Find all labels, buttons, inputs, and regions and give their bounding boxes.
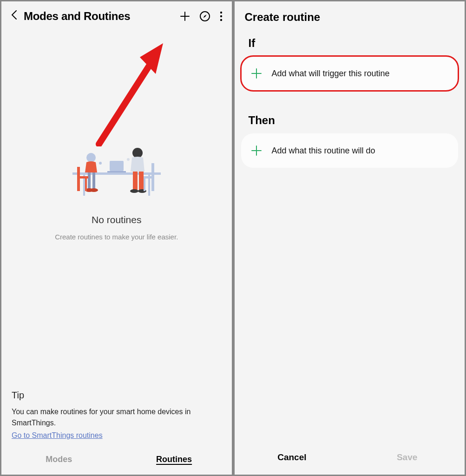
illustration xyxy=(66,140,168,200)
plus-icon xyxy=(251,145,262,156)
svg-rect-11 xyxy=(92,172,95,189)
add-trigger-label: Add what will trigger this routine xyxy=(272,69,390,79)
screen-modes-routines: Modes and Routines xyxy=(0,0,233,476)
bottom-actions: Cancel Save xyxy=(235,442,465,475)
svg-point-26 xyxy=(127,158,130,161)
tip-link[interactable]: Go to SmartThings routines xyxy=(12,431,103,440)
plus-icon xyxy=(251,68,262,79)
svg-rect-7 xyxy=(110,161,124,171)
svg-point-17 xyxy=(132,148,143,158)
add-action-label: Add what this routine will do xyxy=(272,146,375,156)
svg-point-25 xyxy=(99,162,102,165)
screen-create-routine: Create routine If Add what will trigger … xyxy=(233,0,466,476)
if-label: If xyxy=(235,37,465,56)
svg-rect-19 xyxy=(139,172,144,190)
svg-rect-24 xyxy=(144,178,145,191)
empty-subtitle: Create routines to make your life easier… xyxy=(55,233,178,241)
svg-rect-15 xyxy=(77,176,88,178)
add-action-card[interactable]: Add what this routine will do xyxy=(241,133,459,168)
tip-title: Tip xyxy=(12,390,222,401)
empty-title: No routines xyxy=(92,214,141,225)
tip-text: You can make routines for your smart hom… xyxy=(12,406,222,429)
tab-modes[interactable]: Modes xyxy=(1,455,117,464)
svg-rect-18 xyxy=(133,172,138,190)
tip-block: Tip You can make routines for your smart… xyxy=(1,390,232,444)
svg-point-9 xyxy=(86,153,96,162)
svg-point-13 xyxy=(90,188,98,192)
save-button[interactable]: Save xyxy=(349,452,465,463)
svg-rect-4 xyxy=(72,172,161,175)
then-label: Then xyxy=(235,114,465,133)
create-title: Create routine xyxy=(235,1,465,37)
svg-rect-14 xyxy=(77,167,80,191)
svg-rect-8 xyxy=(107,171,126,172)
create-body: If Add what will trigger this routine Th… xyxy=(235,37,465,442)
bottom-tabs: Modes Routines xyxy=(1,444,232,475)
svg-rect-16 xyxy=(85,178,87,191)
svg-point-20 xyxy=(130,189,138,193)
tab-routines[interactable]: Routines xyxy=(117,455,232,464)
add-trigger-card[interactable]: Add what will trigger this routine xyxy=(241,56,459,91)
cancel-button[interactable]: Cancel xyxy=(235,452,350,463)
svg-rect-23 xyxy=(144,176,154,178)
empty-state: No routines Create routines to make your… xyxy=(1,0,232,390)
svg-rect-10 xyxy=(88,172,91,189)
